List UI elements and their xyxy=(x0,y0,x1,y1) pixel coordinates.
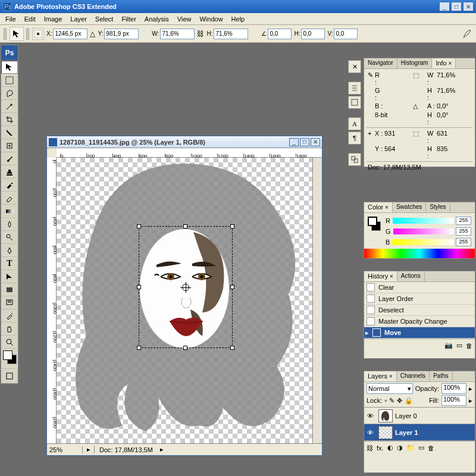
crop-tool[interactable] xyxy=(1,113,18,126)
history-item[interactable]: Layer Order xyxy=(364,293,475,305)
spectrum-bar[interactable] xyxy=(364,249,475,258)
transform-handle-sw[interactable] xyxy=(137,346,141,350)
shape-tool[interactable] xyxy=(1,283,18,296)
lock-position-icon[interactable]: ✥ xyxy=(397,397,402,405)
close-button[interactable]: ✕ xyxy=(463,2,474,11)
g-value[interactable]: 255 xyxy=(456,227,471,236)
ruler-horizontal[interactable]: 020040060080010001200140016001800 xyxy=(57,148,322,158)
tab-info[interactable]: Info × xyxy=(432,58,456,68)
menu-window[interactable]: Window xyxy=(195,14,227,24)
status-menu-icon[interactable]: ▸ xyxy=(160,446,164,453)
menu-help[interactable]: Help xyxy=(227,14,249,24)
r-value[interactable]: 255 xyxy=(456,217,471,225)
history-item[interactable]: Deselect xyxy=(364,305,475,316)
free-transform-bounding-box[interactable] xyxy=(139,226,233,348)
tab-styles[interactable]: Styles xyxy=(426,202,450,212)
visibility-icon[interactable]: 👁 xyxy=(364,412,376,419)
tab-histogram[interactable]: Histogram xyxy=(397,58,433,68)
color-swatch[interactable] xyxy=(1,349,18,369)
move-tool-icon[interactable] xyxy=(10,27,24,41)
grip-icon[interactable] xyxy=(4,28,7,40)
type-tool[interactable]: T xyxy=(1,257,18,270)
transform-handle-n[interactable] xyxy=(183,224,187,228)
pen-tool[interactable] xyxy=(1,244,18,257)
y-field[interactable]: 981,9 px xyxy=(104,29,139,39)
r-slider[interactable] xyxy=(393,218,453,224)
gradient-tool[interactable] xyxy=(1,205,18,218)
fill-field[interactable]: 100% xyxy=(441,395,466,406)
layer-name[interactable]: Layer 1 xyxy=(395,429,418,436)
visibility-icon[interactable]: 👁 xyxy=(364,429,376,436)
lasso-tool[interactable] xyxy=(1,87,18,100)
canvas[interactable] xyxy=(57,158,312,443)
lock-all-icon[interactable]: 🔒 xyxy=(405,397,413,405)
status-arrow-icon[interactable]: ▸ xyxy=(83,446,95,453)
brush-tool[interactable] xyxy=(1,152,18,165)
doc-maximize-button[interactable]: □ xyxy=(300,138,309,146)
transform-handle-ne[interactable] xyxy=(230,224,234,228)
standard-mode-icon[interactable] xyxy=(1,369,18,383)
hand-tool[interactable] xyxy=(1,322,18,336)
transform-handle-s[interactable] xyxy=(183,346,187,350)
paragraph-icon[interactable]: ¶ xyxy=(348,131,361,145)
ruler-vertical[interactable]: 020040060080010001200140016001800 xyxy=(47,158,57,443)
minimize-button[interactable]: _ xyxy=(439,2,450,11)
transform-handle-w[interactable] xyxy=(137,285,141,289)
vskew-field[interactable]: 0,0 xyxy=(334,29,358,39)
maximize-button[interactable]: □ xyxy=(451,2,462,11)
path-select-tool[interactable] xyxy=(1,270,18,283)
tool-presets-icon[interactable] xyxy=(348,82,361,95)
eyedropper-tool[interactable] xyxy=(1,309,18,322)
transform-handle-nw[interactable] xyxy=(137,224,141,228)
menu-layer[interactable]: Layer xyxy=(66,14,91,24)
menu-select[interactable]: Select xyxy=(91,14,118,24)
tab-actions[interactable]: Actions xyxy=(397,271,425,281)
tab-paths[interactable]: Paths xyxy=(430,371,453,381)
lock-pixels-icon[interactable]: ✎ xyxy=(389,397,394,405)
foreground-color[interactable] xyxy=(3,350,12,360)
new-snapshot-icon[interactable]: 📷 xyxy=(444,342,453,349)
lock-transparency-icon[interactable]: ▫ xyxy=(384,397,387,404)
fg-swatch[interactable] xyxy=(368,217,377,226)
heal-tool[interactable] xyxy=(1,139,18,152)
menu-filter[interactable]: Filter xyxy=(117,14,140,24)
trash-icon[interactable]: 🗑 xyxy=(428,444,434,452)
marquee-tool[interactable] xyxy=(1,74,18,87)
new-layer-icon[interactable]: ▭ xyxy=(418,444,424,452)
history-item-current[interactable]: ▸Move xyxy=(364,327,475,339)
tab-layers[interactable]: Layers × xyxy=(364,371,397,381)
angle-field[interactable]: 0,0 xyxy=(268,29,292,39)
h-field[interactable]: 71,6% xyxy=(214,29,248,39)
menu-view[interactable]: View xyxy=(173,14,196,24)
layer-style-icon[interactable]: fx. xyxy=(377,444,384,452)
stamp-tool[interactable] xyxy=(1,165,18,178)
b-slider[interactable] xyxy=(392,239,453,245)
clone-src-icon[interactable] xyxy=(348,153,361,166)
scrollbar-vertical[interactable] xyxy=(312,158,322,443)
eraser-tool[interactable] xyxy=(1,192,18,205)
menu-edit[interactable]: Edit xyxy=(20,14,40,24)
history-item[interactable]: Master Opacity Change xyxy=(364,316,475,327)
layer-thumbnail[interactable] xyxy=(378,426,393,439)
slice-tool[interactable] xyxy=(1,126,18,139)
move-tool[interactable] xyxy=(1,61,18,74)
document-titlebar[interactable]: 1287108_11914435.jpg @ 25% (Layer 1, RGB… xyxy=(47,136,322,148)
layer-mask-icon[interactable]: ◐ xyxy=(387,444,393,452)
zoom-tool[interactable] xyxy=(1,336,18,349)
blur-tool[interactable] xyxy=(1,218,18,231)
history-item[interactable]: Clear xyxy=(364,282,475,293)
tab-swatches[interactable]: Swatches xyxy=(393,202,426,212)
menu-image[interactable]: Image xyxy=(40,14,67,24)
group-icon[interactable]: 📁 xyxy=(406,444,415,452)
transform-center-icon[interactable] xyxy=(182,284,189,291)
layer-row-selected[interactable]: 👁 Layer 1 xyxy=(364,424,475,441)
doc-close-button[interactable]: ✕ xyxy=(311,138,320,146)
wand-tool[interactable] xyxy=(1,100,18,113)
grip-icon[interactable] xyxy=(26,28,30,40)
adjustment-layer-icon[interactable]: ◑ xyxy=(397,444,403,452)
menu-file[interactable]: File xyxy=(1,14,20,24)
doc-minimize-button[interactable]: _ xyxy=(289,138,299,146)
tab-history[interactable]: History × xyxy=(364,271,397,281)
layer-name[interactable]: Layer 0 xyxy=(395,412,417,419)
layer-thumbnail[interactable] xyxy=(378,409,393,422)
